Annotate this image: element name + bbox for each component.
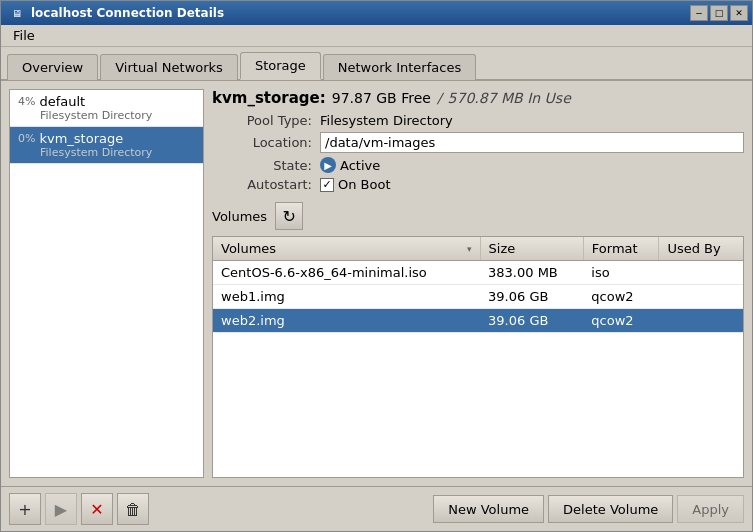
pool-detail-name: kvm_storage:: [212, 89, 326, 107]
volumes-table-container: Volumes ▾ Size Format Used By CentOS-6.6…: [212, 236, 744, 478]
volumes-dropdown-arrow[interactable]: ▾: [467, 244, 472, 254]
menubar: File: [1, 25, 752, 47]
col-header-format: Format: [583, 237, 659, 261]
titlebar-controls: − □ ✕: [690, 5, 748, 21]
state-text: Active: [340, 158, 380, 173]
delete-icon: 🗑: [125, 500, 141, 519]
stop-pool-button[interactable]: ✕: [81, 493, 113, 525]
table-row[interactable]: web1.img 39.06 GB qcow2: [213, 285, 743, 309]
volumes-table-body: CentOS-6.6-x86_64-minimal.iso 383.00 MB …: [213, 261, 743, 333]
volumes-header: Volumes ↻: [212, 202, 744, 230]
location-label: Location:: [212, 135, 312, 150]
pool-header: kvm_storage: 97.87 GB Free / 570.87 MB I…: [212, 89, 744, 107]
state-value: ▶ Active: [320, 157, 744, 173]
pool-type-label: Pool Type:: [212, 113, 312, 128]
autostart-label: Autostart:: [212, 177, 312, 192]
volume-name: CentOS-6.6-x86_64-minimal.iso: [213, 261, 480, 285]
volume-name: web1.img: [213, 285, 480, 309]
tabbar: Overview Virtual Networks Storage Networ…: [1, 47, 752, 81]
content-area: 4% default Filesystem Directory 0% kvm_s…: [1, 81, 752, 486]
storage-detail-panel: kvm_storage: 97.87 GB Free / 570.87 MB I…: [212, 89, 744, 478]
pool-detail-free: 97.87 GB Free: [332, 90, 431, 106]
pool-info-grid: Pool Type: Filesystem Directory Location…: [212, 113, 744, 192]
col-header-volumes: Volumes ▾: [213, 237, 480, 261]
tab-storage[interactable]: Storage: [240, 52, 321, 80]
pool-item-kvm-storage[interactable]: 0% kvm_storage Filesystem Directory: [10, 127, 203, 164]
volumes-section-label: Volumes: [212, 209, 267, 224]
volume-used-by: [659, 261, 743, 285]
start-icon: ▶: [55, 500, 67, 519]
table-row[interactable]: web2.img 39.06 GB qcow2: [213, 309, 743, 333]
pool-detail-separator: /: [437, 90, 442, 106]
table-row[interactable]: CentOS-6.6-x86_64-minimal.iso 383.00 MB …: [213, 261, 743, 285]
location-input[interactable]: [320, 132, 744, 153]
state-label: State:: [212, 158, 312, 173]
maximize-button[interactable]: □: [710, 5, 728, 21]
window-title: localhost Connection Details: [31, 6, 224, 20]
volume-name: web2.img: [213, 309, 480, 333]
refresh-volumes-button[interactable]: ↻: [275, 202, 303, 230]
delete-pool-button[interactable]: 🗑: [117, 493, 149, 525]
pool-item-default[interactable]: 4% default Filesystem Directory: [10, 90, 203, 127]
main-window: 🖥 localhost Connection Details − □ ✕ Fil…: [0, 0, 753, 532]
add-icon: +: [18, 500, 31, 519]
pool-detail-inuse: 570.87 MB In Use: [448, 90, 571, 106]
state-active-icon: ▶: [320, 157, 336, 173]
volume-size: 383.00 MB: [480, 261, 583, 285]
autostart-checkbox[interactable]: ✓: [320, 178, 334, 192]
add-pool-button[interactable]: +: [9, 493, 41, 525]
volume-format: iso: [583, 261, 659, 285]
pool-kvm-pct: 0%: [18, 132, 35, 145]
col-header-size: Size: [480, 237, 583, 261]
pool-default-type: Filesystem Directory: [18, 109, 195, 122]
bottom-toolbar: + ▶ ✕ 🗑 New Volume Delete Volume Apply: [1, 486, 752, 531]
window-icon: 🖥: [9, 5, 25, 21]
new-volume-button[interactable]: New Volume: [433, 495, 544, 523]
autostart-text: On Boot: [338, 177, 391, 192]
file-menu[interactable]: File: [5, 26, 43, 45]
tab-overview[interactable]: Overview: [7, 54, 98, 80]
volumes-table: Volumes ▾ Size Format Used By CentOS-6.6…: [213, 237, 743, 333]
volume-size: 39.06 GB: [480, 309, 583, 333]
volume-format: qcow2: [583, 285, 659, 309]
titlebar: 🖥 localhost Connection Details − □ ✕: [1, 1, 752, 25]
storage-pool-list: 4% default Filesystem Directory 0% kvm_s…: [9, 89, 204, 478]
close-button[interactable]: ✕: [730, 5, 748, 21]
volume-used-by: [659, 309, 743, 333]
pool-kvm-type: Filesystem Directory: [18, 146, 195, 159]
titlebar-left: 🖥 localhost Connection Details: [9, 5, 224, 21]
volume-size: 39.06 GB: [480, 285, 583, 309]
pool-default-name: default: [39, 94, 85, 109]
autostart-value: ✓ On Boot: [320, 177, 744, 192]
start-pool-button[interactable]: ▶: [45, 493, 77, 525]
tab-virtual-networks[interactable]: Virtual Networks: [100, 54, 238, 80]
stop-icon: ✕: [90, 500, 103, 519]
volume-used-by: [659, 285, 743, 309]
pool-type-value: Filesystem Directory: [320, 113, 744, 128]
volume-format: qcow2: [583, 309, 659, 333]
col-header-used-by: Used By: [659, 237, 743, 261]
pool-kvm-name: kvm_storage: [39, 131, 123, 146]
delete-volume-button[interactable]: Delete Volume: [548, 495, 673, 523]
apply-button[interactable]: Apply: [677, 495, 744, 523]
minimize-button[interactable]: −: [690, 5, 708, 21]
tab-network-interfaces[interactable]: Network Interfaces: [323, 54, 476, 80]
table-header-row: Volumes ▾ Size Format Used By: [213, 237, 743, 261]
pool-default-pct: 4%: [18, 95, 35, 108]
